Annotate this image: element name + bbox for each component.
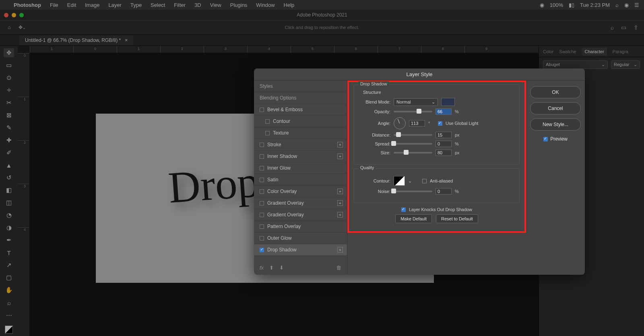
- contour-picker[interactable]: [394, 176, 405, 186]
- hand-tool[interactable]: ✋: [4, 286, 14, 295]
- eyedropper-tool[interactable]: ✎: [4, 123, 14, 132]
- menu-3d[interactable]: 3D: [194, 2, 201, 8]
- app-name[interactable]: Photoshop: [14, 2, 41, 8]
- eff-inner-shadow[interactable]: Inner Shadow+: [254, 151, 347, 162]
- checkbox-icon[interactable]: [260, 213, 264, 217]
- styles-header[interactable]: Styles: [254, 81, 347, 92]
- menu-help[interactable]: Help: [284, 2, 295, 8]
- tab-swatches[interactable]: Swatche: [559, 49, 576, 54]
- blend-mode-select[interactable]: Normal⌄: [394, 98, 438, 106]
- trash-icon[interactable]: 🗑: [336, 265, 341, 271]
- spotlight-icon[interactable]: ⌕: [615, 2, 619, 8]
- checkbox-icon[interactable]: [265, 119, 270, 124]
- checkbox-icon[interactable]: [260, 201, 264, 205]
- spread-input[interactable]: 0: [436, 141, 452, 147]
- ok-button[interactable]: OK: [530, 86, 581, 98]
- anti-aliased-checkbox[interactable]: [422, 179, 427, 183]
- gradient-tool[interactable]: ◫: [4, 198, 14, 207]
- workspace-icon[interactable]: ▭: [621, 24, 626, 31]
- pen-tool[interactable]: ✒: [4, 236, 14, 245]
- menu-edit[interactable]: Edit: [67, 2, 76, 8]
- move-tool[interactable]: ✥: [4, 48, 14, 57]
- more-tools[interactable]: ⋯: [4, 311, 14, 319]
- menu-layer[interactable]: Layer: [108, 2, 122, 8]
- noise-input[interactable]: 0: [436, 188, 452, 195]
- eff-inner-glow[interactable]: Inner Glow: [254, 162, 347, 174]
- font-family-select[interactable]: Abuget⌄: [543, 60, 608, 69]
- menu-type[interactable]: Type: [130, 2, 142, 8]
- minimize-window-button[interactable]: [12, 13, 16, 17]
- menu-image[interactable]: Image: [85, 2, 99, 8]
- eraser-tool[interactable]: ◧: [4, 186, 14, 195]
- brush-tool[interactable]: ✐: [4, 148, 14, 157]
- eff-gradient-overlay-2[interactable]: Gradient Overlay+: [254, 209, 347, 221]
- menu-window[interactable]: Window: [256, 2, 275, 8]
- lasso-tool[interactable]: ⊙: [4, 73, 14, 82]
- checkbox-icon[interactable]: [265, 131, 270, 135]
- angle-input[interactable]: 113: [409, 120, 425, 127]
- siri-icon[interactable]: ◉: [624, 2, 629, 8]
- eff-stroke[interactable]: Stroke+: [254, 139, 347, 151]
- eff-outer-glow[interactable]: Outer Glow: [254, 232, 347, 244]
- cancel-button[interactable]: Cancel: [530, 102, 581, 114]
- eff-contour[interactable]: Contour: [254, 116, 347, 127]
- battery-icon[interactable]: ▮▯: [569, 2, 574, 8]
- add-effect-icon[interactable]: +: [337, 142, 343, 147]
- global-light-checkbox[interactable]: [438, 121, 442, 126]
- checkbox-icon[interactable]: [260, 108, 264, 112]
- spread-slider[interactable]: [394, 143, 432, 145]
- opacity-input[interactable]: 66: [436, 108, 452, 115]
- eff-gradient-overlay[interactable]: Gradient Overlay+: [254, 197, 347, 209]
- stamp-tool[interactable]: ▲: [4, 161, 14, 170]
- preview-checkbox[interactable]: [543, 137, 548, 141]
- home-icon[interactable]: ⌂: [6, 24, 13, 31]
- add-effect-icon[interactable]: +: [337, 153, 343, 159]
- font-weight-select[interactable]: Regular⌄: [611, 60, 640, 69]
- menu-view[interactable]: View: [210, 2, 221, 8]
- menu-file[interactable]: File: [50, 2, 58, 8]
- document-tab[interactable]: Untitled-1 @ 66.7% (Drop Shadow, RGB/8) …: [19, 35, 133, 45]
- eff-color-overlay[interactable]: Color Overlay+: [254, 186, 347, 197]
- crop-tool[interactable]: ✂: [4, 98, 14, 107]
- move-tool-icon[interactable]: ✥ ⌄: [19, 24, 26, 31]
- marquee-tool[interactable]: ▭: [4, 61, 14, 70]
- noise-slider[interactable]: [394, 191, 432, 192]
- checkbox-icon[interactable]: [260, 189, 264, 194]
- fx-menu-icon[interactable]: fx: [260, 265, 264, 271]
- angle-dial[interactable]: [394, 117, 406, 129]
- dodge-tool[interactable]: ◑: [4, 223, 14, 232]
- size-slider[interactable]: [394, 152, 432, 153]
- blending-options[interactable]: Blending Options: [254, 92, 347, 104]
- tab-character[interactable]: Character: [582, 48, 607, 56]
- history-brush-tool[interactable]: ↺: [4, 173, 14, 182]
- add-effect-icon[interactable]: +: [337, 212, 343, 218]
- search-icon[interactable]: ⌕: [611, 24, 614, 31]
- add-effect-icon[interactable]: +: [337, 200, 343, 206]
- size-input[interactable]: 80: [436, 149, 452, 156]
- shadow-color-chip[interactable]: [441, 98, 455, 106]
- eff-texture[interactable]: Texture: [254, 127, 347, 139]
- control-center-icon[interactable]: ☰: [634, 2, 639, 8]
- eff-bevel[interactable]: Bevel & Emboss: [254, 104, 347, 116]
- add-effect-icon[interactable]: +: [337, 189, 343, 194]
- frame-tool[interactable]: ⊠: [4, 111, 14, 120]
- wand-tool[interactable]: ✧: [4, 86, 14, 95]
- eff-satin[interactable]: Satin: [254, 174, 347, 186]
- menu-filter[interactable]: Filter: [174, 2, 186, 8]
- color-swatch[interactable]: [5, 326, 13, 334]
- tab-paragraph[interactable]: Paragra: [613, 49, 628, 54]
- zoom-window-button[interactable]: [19, 13, 24, 17]
- menu-plugins[interactable]: Plugins: [230, 2, 248, 8]
- heal-tool[interactable]: ✚: [4, 136, 14, 145]
- close-tab-icon[interactable]: ×: [125, 37, 128, 43]
- eff-drop-shadow[interactable]: Drop Shadow+: [254, 244, 347, 256]
- chevron-down-icon[interactable]: ⌄: [408, 178, 412, 184]
- zoom-tool[interactable]: ⌕: [4, 298, 14, 307]
- type-tool[interactable]: T: [4, 248, 14, 257]
- eff-pattern-overlay[interactable]: Pattern Overlay: [254, 221, 347, 232]
- checkbox-icon[interactable]: [260, 166, 264, 170]
- wifi-icon[interactable]: ◉: [540, 2, 544, 8]
- checkbox-icon[interactable]: [260, 143, 264, 147]
- close-window-button[interactable]: [4, 13, 8, 17]
- distance-slider[interactable]: [394, 134, 432, 136]
